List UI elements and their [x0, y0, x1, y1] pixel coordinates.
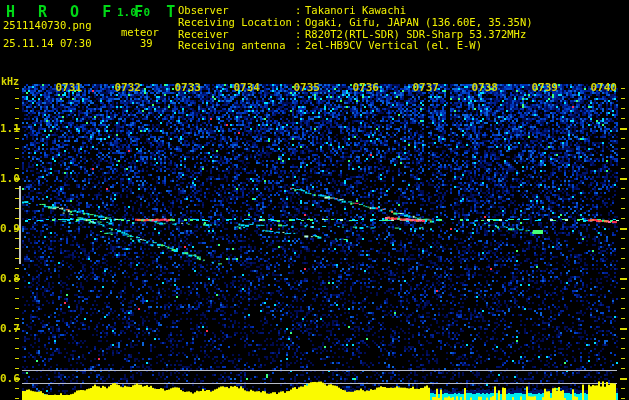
x-tick-label: 0731 — [47, 81, 82, 94]
y-tick-label: 0.9 — [0, 222, 14, 235]
hrofft-output-window: H R O F F T 1.0.0 2511140730.png meteor … — [0, 0, 629, 400]
x-tick-label: 0733 — [166, 81, 201, 94]
info-value: Ogaki, Gifu, JAPAN (136.60E, 35.35N) — [305, 17, 533, 29]
x-tick-label: 0737 — [404, 81, 439, 94]
station-info: Observer : Takanori Kawachi Receiving Lo… — [178, 5, 533, 52]
app-version: 1.0.0 — [117, 6, 150, 19]
spectrogram-canvas — [0, 0, 629, 400]
x-tick-label: 0738 — [463, 81, 498, 94]
info-value: 2el-HB9CV Vertical (el. E-W) — [305, 40, 533, 52]
observation-datetime: 25.11.14 07:30 — [3, 37, 92, 49]
y-tick-label: 1.0 — [0, 172, 14, 185]
info-row-antenna: Receiving antenna : 2el-HB9CV Vertical (… — [178, 40, 533, 52]
x-tick-label: 0735 — [285, 81, 320, 94]
x-tick-label: 0734 — [225, 81, 260, 94]
info-label: Receiving Location — [178, 17, 295, 29]
y-tick-label: 1.1 — [0, 122, 14, 135]
x-tick-label: 0739 — [523, 81, 558, 94]
info-colon: : — [295, 17, 305, 29]
x-tick-label: 0736 — [344, 81, 379, 94]
y-axis-unit-label: kHz — [1, 76, 19, 87]
output-filename: 2511140730.png — [3, 19, 92, 31]
info-colon: : — [295, 40, 305, 52]
info-row-location: Receiving Location : Ogaki, Gifu, JAPAN … — [178, 17, 533, 29]
y-tick-label: 0.8 — [0, 272, 14, 285]
x-tick-label: 0740 — [582, 81, 617, 94]
y-tick-label: 0.7 — [0, 322, 14, 335]
x-tick-label: 0732 — [106, 81, 141, 94]
meteor-count: 39 — [140, 37, 153, 49]
y-tick-label: 0.6 — [0, 372, 14, 385]
info-label: Receiving antenna — [178, 40, 295, 52]
